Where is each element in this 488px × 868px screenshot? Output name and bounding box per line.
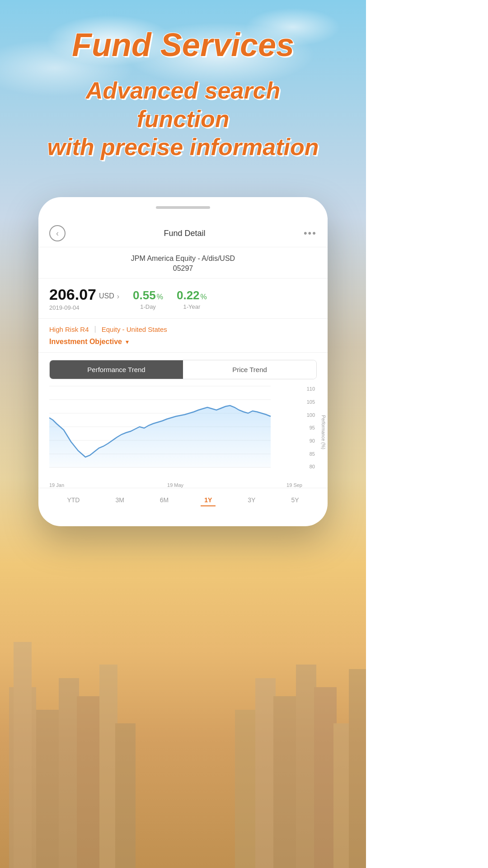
price-value: 206.07 (49, 286, 96, 303)
chart-container: 110 105 100 95 90 85 80 Performance (%) (49, 384, 328, 481)
price-currency: USD (99, 292, 114, 300)
y-label-85: 85 (302, 451, 317, 457)
period-tabs: YTD 3M 6M 1Y 3Y 5Y (38, 488, 328, 513)
fund-name: JPM America Equity - A/dis/USD (49, 255, 317, 263)
y-axis-title: Performance (%) (321, 415, 326, 450)
svg-rect-5 (99, 665, 117, 868)
price-arrow: › (117, 292, 119, 301)
risk-badge: High Risk R4 (49, 326, 89, 333)
change-1day-pct: % (157, 293, 163, 301)
trend-tabs: Performance Trend Price Trend (49, 360, 317, 379)
phone-mockup: ‹ Fund Detail ••• JPM America Equity - A… (38, 197, 328, 526)
y-label-105: 105 (302, 399, 317, 405)
tab-performance-trend[interactable]: Performance Trend (50, 360, 183, 379)
fund-info: JPM America Equity - A/dis/USD 05297 (38, 247, 328, 278)
y-label-110: 110 (302, 386, 317, 392)
back-icon: ‹ (56, 229, 59, 238)
fund-header: ‹ Fund Detail ••• (38, 218, 328, 247)
more-button[interactable]: ••• (304, 227, 317, 239)
change-1year-pct: % (201, 293, 207, 301)
change-1year-value: 0.22 (177, 288, 200, 302)
period-5y[interactable]: 5Y (287, 495, 302, 506)
chevron-down-icon: ▾ (126, 338, 129, 345)
tab-price-trend[interactable]: Price Trend (183, 360, 316, 379)
svg-rect-6 (115, 723, 136, 868)
y-label-80: 80 (302, 464, 317, 469)
svg-rect-3 (59, 678, 79, 868)
risk-row: High Risk R4 | Equity - United States (49, 325, 317, 333)
x-label-may: 19 May (167, 482, 183, 488)
page-content: Fund Services Advanced search function w… (0, 0, 366, 526)
x-label-jan: 19 Jan (49, 482, 64, 488)
hero-title: Fund Services (72, 27, 294, 63)
price-change-group: 0.55 % 1-Day 0.22 % 1-Year (133, 288, 207, 310)
svg-rect-7 (235, 710, 258, 868)
svg-rect-8 (255, 678, 276, 868)
risk-section: High Risk R4 | Equity - United States In… (38, 319, 328, 353)
hero-subtitle: Advanced search function with precise in… (47, 76, 319, 161)
svg-rect-1 (14, 642, 32, 868)
svg-rect-10 (296, 665, 316, 868)
svg-rect-4 (77, 696, 102, 868)
svg-rect-2 (36, 710, 59, 868)
price-change-1year: 0.22 % 1-Year (177, 288, 207, 310)
change-1day-value: 0.55 (133, 288, 156, 302)
x-label-sep: 19 Sep (286, 482, 302, 488)
risk-category: Equity - United States (102, 326, 167, 333)
change-1day-label: 1-Day (140, 303, 156, 310)
period-3y[interactable]: 3Y (244, 495, 259, 506)
fund-code: 05297 (49, 264, 317, 273)
phone-screen: ‹ Fund Detail ••• JPM America Equity - A… (38, 218, 328, 513)
price-change-1day: 0.55 % 1-Day (133, 288, 163, 310)
y-label-100: 100 (302, 412, 317, 418)
back-button[interactable]: ‹ (49, 225, 66, 241)
investment-objective-row[interactable]: Investment Objective ▾ (49, 338, 317, 346)
svg-rect-13 (349, 669, 366, 868)
change-1year-label: 1-Year (183, 303, 200, 310)
svg-rect-11 (314, 687, 337, 868)
period-6m[interactable]: 6M (156, 495, 172, 506)
period-3m[interactable]: 3M (112, 495, 127, 506)
price-date: 2019-09-04 (49, 304, 119, 311)
phone-notch (156, 206, 210, 209)
chart-svg (49, 384, 302, 481)
header-title: Fund Detail (164, 229, 205, 238)
price-value-row: 206.07 USD › (49, 286, 119, 303)
investment-objective-label: Investment Objective (49, 338, 122, 346)
price-main: 206.07 USD › 2019-09-04 (49, 286, 119, 311)
chart-area: 110 105 100 95 90 85 80 Performance (%) (38, 379, 328, 488)
y-label-95: 95 (302, 425, 317, 430)
period-1y[interactable]: 1Y (201, 495, 216, 506)
period-ytd[interactable]: YTD (63, 495, 83, 506)
price-section: 206.07 USD › 2019-09-04 0.55 % 1-Day (38, 278, 328, 319)
svg-rect-9 (273, 696, 298, 868)
y-label-90: 90 (302, 438, 317, 443)
